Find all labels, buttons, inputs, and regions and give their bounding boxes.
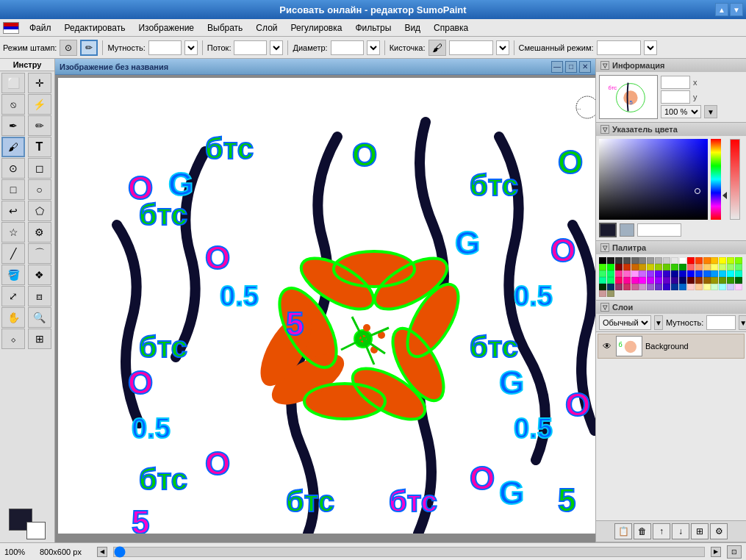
flow-input[interactable]: 33% (234, 40, 267, 55)
palette-color-cell[interactable] (711, 284, 718, 290)
tool-eyedropper[interactable]: ✒ (1, 115, 25, 136)
palette-color-cell[interactable] (655, 284, 662, 290)
tool-line[interactable]: ╱ (1, 243, 25, 264)
palette-color-cell[interactable] (631, 264, 639, 270)
menu-file[interactable]: Файл (24, 21, 57, 35)
palette-color-cell[interactable] (599, 270, 606, 277)
scroll-left-button[interactable]: ◀ (97, 547, 107, 557)
palette-color-cell[interactable] (687, 284, 695, 290)
palette-color-cell[interactable] (607, 277, 614, 284)
scroll-right-button[interactable]: ▶ (711, 547, 721, 557)
brush-dropdown[interactable] (496, 40, 509, 55)
tool-transform[interactable]: ⤢ (1, 286, 25, 306)
tool-distort[interactable]: ⧈ (28, 286, 51, 306)
horizontal-scrollbar[interactable] (113, 547, 705, 557)
tool-star[interactable]: ☆ (1, 222, 25, 243)
palette-color-cell[interactable] (703, 257, 711, 264)
palette-color-cell[interactable] (671, 277, 678, 284)
menu-select[interactable]: Выбрать (201, 21, 248, 35)
palette-color-cell[interactable] (719, 277, 726, 284)
palette-color-cell[interactable] (703, 264, 711, 270)
canvas-wrapper[interactable]: бтс бтс бтс бтс бтс бтс бтс бтс 0.5 0.5 … (55, 75, 595, 542)
palette-color-cell[interactable] (663, 264, 670, 270)
palette-color-cell[interactable] (655, 257, 662, 264)
stamp-icon-1[interactable]: ⊙ (60, 40, 77, 56)
blend-dropdown[interactable] (644, 40, 657, 55)
tool-rect-shape[interactable]: □ (1, 179, 25, 200)
palette-color-cell[interactable] (599, 290, 606, 297)
palette-color-cell[interactable] (711, 257, 718, 264)
palette-color-cell[interactable] (711, 264, 718, 270)
title-down-button[interactable]: ▼ (730, 3, 743, 16)
palette-color-cell[interactable] (671, 284, 678, 290)
layer-settings-button[interactable]: ⚙ (710, 523, 728, 539)
palette-color-cell[interactable] (687, 264, 695, 270)
layer-item-background[interactable]: 👁 б Background (598, 334, 745, 359)
palette-color-cell[interactable] (655, 264, 662, 270)
palette-color-cell[interactable] (679, 284, 686, 290)
canvas-close-button[interactable]: ✕ (579, 61, 591, 73)
palette-color-cell[interactable] (727, 264, 734, 270)
zoom-expand-button[interactable]: ▼ (704, 105, 717, 118)
tool-curve[interactable]: ↩ (1, 201, 25, 221)
palette-color-cell[interactable] (655, 270, 662, 277)
palette-color-cell[interactable] (639, 257, 646, 264)
palette-color-cell[interactable] (623, 257, 631, 264)
color-picker-collapse-icon[interactable]: ▽ (600, 125, 609, 134)
color-gradient-box[interactable] (599, 139, 708, 220)
palette-color-cell[interactable] (639, 277, 646, 284)
palette-color-cell[interactable] (711, 277, 718, 284)
diameter-dropdown[interactable] (367, 40, 380, 55)
palette-color-cell[interactable] (727, 277, 734, 284)
palette-color-cell[interactable] (727, 257, 734, 264)
layers-opacity-dropdown[interactable]: ▼ (739, 315, 746, 330)
palette-color-cell[interactable] (623, 277, 631, 284)
y-coord-input[interactable]: 27 (661, 90, 690, 104)
tool-pencil[interactable]: ✏ (28, 115, 51, 136)
tool-select-rect[interactable]: ⬜ (1, 73, 25, 93)
palette-color-cell[interactable] (639, 270, 646, 277)
tool-stamp[interactable]: ⊙ (1, 158, 25, 179)
tool-clone[interactable]: ❖ (28, 265, 51, 285)
tool-lasso[interactable]: ⍉ (1, 94, 25, 115)
palette-color-cell[interactable] (623, 270, 631, 277)
palette-color-cell[interactable] (607, 257, 614, 264)
palette-color-cell[interactable] (703, 277, 711, 284)
palette-color-cell[interactable] (719, 257, 726, 264)
palette-color-cell[interactable] (687, 270, 695, 277)
opacity-dropdown[interactable] (184, 40, 198, 55)
layer-move-up-button[interactable]: ↑ (653, 523, 670, 539)
palette-color-cell[interactable] (607, 284, 614, 290)
layer-visibility-button[interactable]: 👁 (601, 340, 613, 352)
title-up-button[interactable]: ▲ (715, 3, 728, 16)
palette-color-cell[interactable] (671, 264, 678, 270)
palette-color-cell[interactable] (719, 264, 726, 270)
palette-color-cell[interactable] (599, 264, 606, 270)
layers-collapse-icon[interactable]: ▽ (600, 303, 609, 312)
layer-add-button[interactable]: 📋 (614, 523, 632, 539)
palette-color-cell[interactable] (615, 270, 623, 277)
palette-color-cell[interactable] (599, 284, 606, 290)
palette-color-cell[interactable] (663, 270, 670, 277)
menu-layer[interactable]: Слой (250, 21, 283, 35)
tool-hand[interactable]: ✋ (1, 307, 25, 328)
spectrum-slider[interactable] (711, 139, 725, 220)
palette-collapse-icon[interactable]: ▽ (600, 243, 609, 252)
palette-color-cell[interactable] (631, 270, 639, 277)
palette-color-cell[interactable] (735, 284, 742, 290)
menu-adjust[interactable]: Регулировка (285, 21, 348, 35)
stamp-icon-2[interactable]: ✏ (80, 40, 98, 56)
tool-fill[interactable]: 🪣 (1, 265, 25, 285)
layers-mode-dropdown[interactable]: ▼ (654, 315, 663, 330)
background-color[interactable] (26, 522, 46, 539)
palette-color-cell[interactable] (663, 284, 670, 290)
palette-color-cell[interactable] (607, 270, 614, 277)
menu-filters[interactable]: Фильтры (349, 21, 397, 35)
canvas-minimize-button[interactable]: — (551, 61, 563, 73)
palette-color-cell[interactable] (631, 257, 639, 264)
palette-color-cell[interactable] (663, 277, 670, 284)
palette-color-cell[interactable] (695, 264, 703, 270)
palette-color-cell[interactable] (615, 257, 623, 264)
tool-move[interactable]: ✛ (28, 73, 51, 93)
zoom-select[interactable]: 100 % 50 % 200 % (661, 105, 701, 118)
